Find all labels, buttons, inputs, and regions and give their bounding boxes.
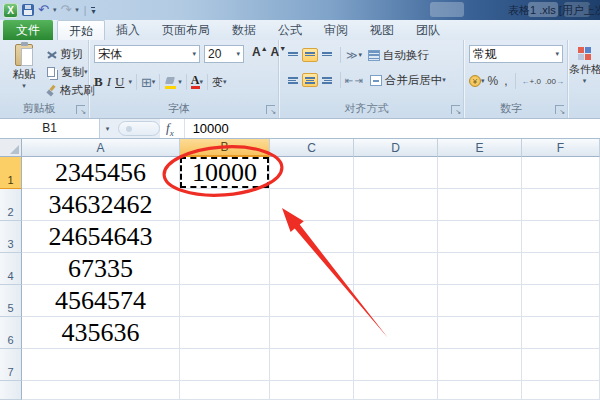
cell-C1[interactable]: [270, 157, 354, 189]
underline-button[interactable]: U: [115, 74, 124, 90]
tab-formulas[interactable]: 公式: [267, 20, 313, 40]
tab-view[interactable]: 视图: [359, 20, 405, 40]
cell-B3[interactable]: [180, 221, 270, 253]
fill-color-dropdown-icon[interactable]: ▾: [178, 78, 182, 86]
cell-E5[interactable]: [438, 285, 522, 317]
font-color-dropdown-icon[interactable]: ▾: [200, 78, 204, 86]
underline-dropdown-icon[interactable]: ▾: [128, 78, 132, 86]
align-middle-button[interactable]: [302, 48, 318, 62]
phonetic-dropdown-icon[interactable]: ▾: [223, 78, 227, 86]
number-format-combobox[interactable]: 常规 ▾: [469, 45, 563, 63]
save-icon[interactable]: [22, 4, 34, 16]
tab-page-layout[interactable]: 页面布局: [151, 20, 221, 40]
cell-C3[interactable]: [270, 221, 354, 253]
row-header-6[interactable]: 6: [0, 317, 22, 349]
tab-data[interactable]: 数据: [221, 20, 267, 40]
cell-F5[interactable]: [522, 285, 600, 317]
insert-function-icon[interactable]: fx: [166, 120, 174, 138]
cell-D5[interactable]: [354, 285, 438, 317]
paste-dropdown-icon[interactable]: ▾: [5, 82, 43, 90]
font-color-icon[interactable]: A: [191, 75, 200, 89]
grow-font-icon[interactable]: A: [252, 45, 261, 59]
cell-F6[interactable]: [522, 317, 600, 349]
cell-D2[interactable]: [354, 189, 438, 221]
cell-D8[interactable]: [354, 381, 438, 400]
shrink-font-icon[interactable]: A: [271, 45, 280, 59]
cell-C4[interactable]: [270, 253, 354, 285]
cell-C7[interactable]: [270, 349, 354, 381]
formula-input[interactable]: 10000: [184, 119, 600, 138]
font-dialog-launcher-icon[interactable]: [266, 105, 275, 114]
cell-D3[interactable]: [354, 221, 438, 253]
clipboard-dialog-launcher-icon[interactable]: [76, 105, 85, 114]
cell-D6[interactable]: [354, 317, 438, 349]
borders-dropdown-icon[interactable]: ▾: [152, 78, 156, 86]
tab-review[interactable]: 审阅: [313, 20, 359, 40]
column-header-C[interactable]: C: [270, 139, 354, 157]
comma-style-button[interactable]: ,: [504, 74, 507, 88]
row-header-8[interactable]: [0, 381, 22, 400]
cell-D7[interactable]: [354, 349, 438, 381]
cell-B2[interactable]: [180, 189, 270, 221]
cell-B1[interactable]: 10000: [180, 157, 270, 189]
orientation-dropdown-icon[interactable]: ▾: [359, 51, 363, 59]
name-box-dropdown-icon[interactable]: ▾: [101, 119, 114, 138]
select-all-corner[interactable]: [0, 139, 22, 157]
cell-A6[interactable]: 435636: [22, 317, 180, 349]
conditional-formatting-label[interactable]: 条件格: [569, 62, 600, 77]
column-header-E[interactable]: E: [438, 139, 522, 157]
column-header-F[interactable]: F: [522, 139, 600, 157]
cell-D4[interactable]: [354, 253, 438, 285]
tab-file[interactable]: 文件: [3, 20, 53, 40]
align-left-button[interactable]: [285, 73, 301, 87]
decrease-decimal-button[interactable]: .00→: [545, 77, 564, 86]
column-header-A[interactable]: A: [22, 139, 180, 157]
cell-C6[interactable]: [270, 317, 354, 349]
alignment-dialog-launcher-icon[interactable]: [451, 105, 460, 114]
fill-color-icon[interactable]: [164, 76, 177, 89]
row-header-2[interactable]: 2: [0, 189, 22, 221]
italic-button[interactable]: I: [107, 74, 111, 90]
cell-B7[interactable]: [180, 349, 270, 381]
name-box[interactable]: B1: [0, 119, 100, 138]
cell-B5[interactable]: [180, 285, 270, 317]
cell-B8[interactable]: [180, 381, 270, 400]
cell-A7[interactable]: [22, 349, 180, 381]
increase-indent-icon[interactable]: ⇥: [354, 75, 363, 86]
number-format-dropdown-icon[interactable]: ▾: [555, 50, 559, 58]
row-header-3[interactable]: 3: [0, 221, 22, 253]
align-right-button[interactable]: [319, 73, 335, 87]
phonetic-guide-icon[interactable]: 变: [212, 75, 223, 90]
cell-C5[interactable]: [270, 285, 354, 317]
row-header-7[interactable]: 7: [0, 349, 22, 381]
undo-dropdown-icon[interactable]: ▾: [53, 6, 57, 14]
cell-F7[interactable]: [522, 349, 600, 381]
borders-icon[interactable]: ⊞: [141, 75, 152, 90]
cell-A8[interactable]: [22, 381, 180, 400]
tab-insert[interactable]: 插入: [105, 20, 151, 40]
cell-A4[interactable]: 67335: [22, 253, 180, 285]
cell-F8[interactable]: [522, 381, 600, 400]
redo-icon[interactable]: ↷: [60, 3, 71, 17]
cell-E2[interactable]: [438, 189, 522, 221]
font-size-dropdown-icon[interactable]: ▾: [236, 50, 240, 58]
align-top-button[interactable]: [285, 48, 301, 62]
cell-A1[interactable]: 2345456: [22, 157, 180, 189]
cell-B6[interactable]: [180, 317, 270, 349]
cell-F3[interactable]: [522, 221, 600, 253]
cell-A5[interactable]: 4564574: [22, 285, 180, 317]
cell-C8[interactable]: [270, 381, 354, 400]
copy-button[interactable]: 复制 ▾: [46, 63, 95, 81]
merge-center-button[interactable]: 合并后居中 ▾: [370, 73, 446, 88]
align-center-button[interactable]: [302, 73, 318, 87]
cell-E1[interactable]: [438, 157, 522, 189]
decrease-indent-icon[interactable]: ⇤: [345, 75, 354, 86]
redo-dropdown-icon[interactable]: ▾: [75, 6, 79, 14]
excel-logo-icon[interactable]: X: [3, 3, 18, 18]
cell-B4[interactable]: [180, 253, 270, 285]
orientation-icon[interactable]: ≫: [346, 49, 358, 62]
cell-F2[interactable]: [522, 189, 600, 221]
number-dialog-launcher-icon[interactable]: [555, 105, 564, 114]
increase-decimal-button[interactable]: ←+.0: [522, 77, 541, 86]
cell-D1[interactable]: [354, 157, 438, 189]
